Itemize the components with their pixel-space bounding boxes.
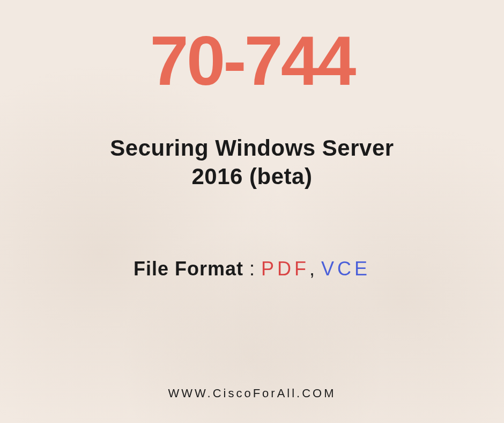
exam-title: Securing Windows Server 2016 (beta) <box>110 134 394 191</box>
website-url: WWW.CiscoForAll.COM <box>168 386 336 400</box>
exam-code: 70-744 <box>150 20 354 101</box>
exam-title-line2: 2016 (beta) <box>192 164 313 189</box>
format-pdf: PDF <box>261 258 309 280</box>
format-vce: VCE <box>321 258 370 280</box>
file-format-colon: : <box>243 258 261 280</box>
format-comma: , <box>309 258 321 280</box>
file-format-label: File Format <box>134 258 243 280</box>
file-format-line: File Format : PDF, VCE <box>134 258 370 280</box>
exam-title-line1: Securing Windows Server <box>110 135 394 161</box>
